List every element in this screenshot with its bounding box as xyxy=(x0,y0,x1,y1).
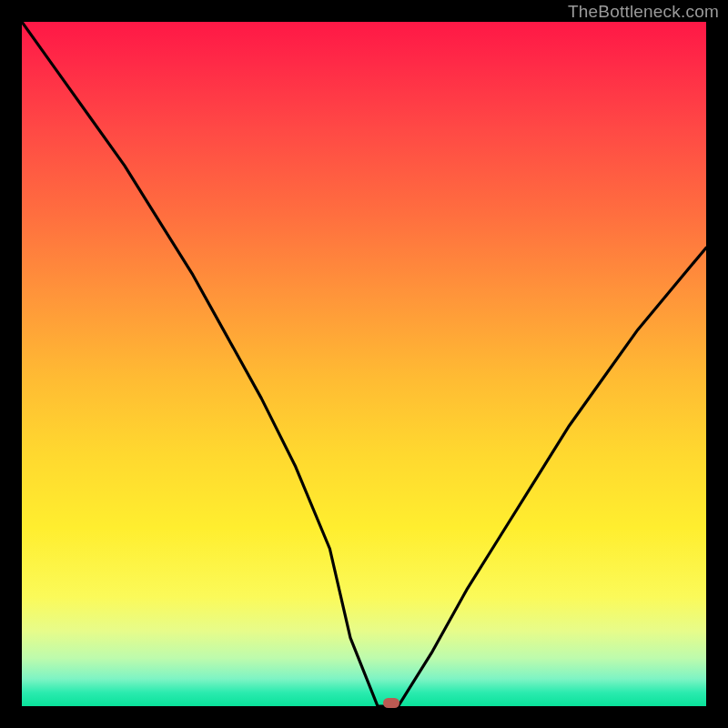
optimum-marker xyxy=(383,698,399,708)
plot-area xyxy=(22,22,706,706)
bottleneck-curve xyxy=(22,22,706,706)
curve-path xyxy=(22,22,706,706)
chart-frame: TheBottleneck.com xyxy=(0,0,728,728)
branding-text: TheBottleneck.com xyxy=(568,2,719,22)
